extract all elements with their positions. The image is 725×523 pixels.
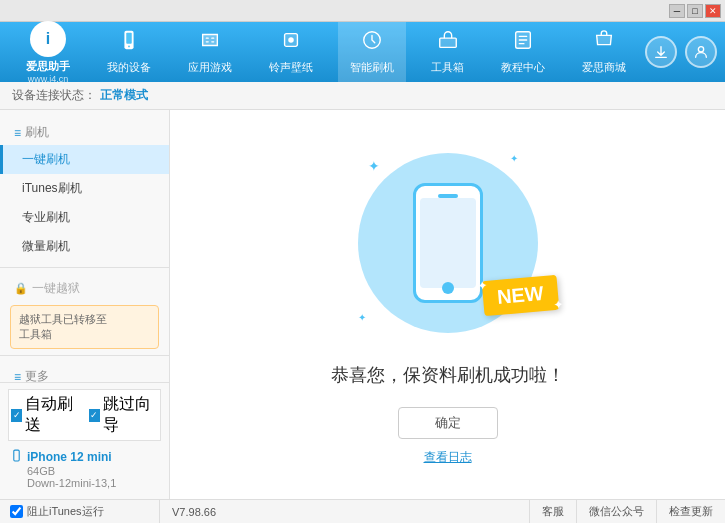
nav-item-label: 爱思商城	[582, 60, 626, 75]
device-info: iPhone 12 mini 64GB Down-12mini-13,1	[8, 445, 161, 493]
stop-itunes-label: 阻止iTunes运行	[27, 504, 104, 519]
jailbreak-notice: 越狱工具已转移至工具箱	[10, 305, 159, 349]
device-name: iPhone 12 mini	[27, 450, 112, 464]
phone-illustration: ✦ ✦ ✦ ✦ NEW ✦	[348, 143, 548, 343]
status-label: 设备连接状态：	[12, 87, 96, 104]
stop-itunes-checkbox[interactable]	[10, 505, 23, 518]
flash-section-label: 刷机	[25, 124, 49, 141]
back-link[interactable]: 查看日志	[424, 449, 472, 466]
smart-flash-icon	[361, 29, 383, 57]
content-area: ✦ ✦ ✦ ✦ NEW ✦ 恭喜您，保资料刷机成功啦！ 确定 查看日志	[170, 110, 725, 499]
title-bar: ─ □ ✕	[0, 0, 725, 22]
app-logo[interactable]: i 爱思助手 www.i4.cn	[8, 21, 88, 84]
bottom-status-bar: 阻止iTunes运行 V7.98.66 客服 微信公众号 检查更新	[0, 499, 725, 523]
sidebar-section-jailbreak: 🔒 一键越狱	[0, 274, 169, 301]
more-section-label: 更多	[25, 368, 49, 382]
sidebar-bottom: 自动刷送 跳过向导 iPhone 12 mini 64GB Down-12min…	[0, 382, 169, 499]
sidebar-item-one-click-flash[interactable]: 一键刷机	[0, 145, 169, 174]
support-link[interactable]: 客服	[529, 500, 576, 523]
status-bar: 设备连接状态： 正常模式	[0, 82, 725, 110]
apps-games-icon	[199, 29, 221, 57]
phone-body	[413, 183, 483, 303]
ringtone-icon	[280, 29, 302, 57]
sidebar-section-more: ≡ 更多	[0, 362, 169, 382]
nav-items: 我的设备 应用游戏 铃声壁纸 智能刷机 工具箱	[88, 22, 645, 82]
nav-item-label: 我的设备	[107, 60, 151, 75]
auto-flash-checkbox-item[interactable]: 自动刷送	[11, 394, 81, 436]
nav-item-label: 工具箱	[431, 60, 464, 75]
device-phone-icon	[10, 449, 23, 465]
version-info: V7.98.66	[160, 506, 228, 518]
phone-speaker	[438, 194, 458, 198]
more-section-icon: ≡	[14, 370, 21, 383]
svg-point-8	[698, 47, 703, 52]
logo-icon: i	[30, 21, 66, 57]
tutorial-icon	[512, 29, 534, 57]
my-device-icon	[118, 29, 140, 57]
skip-wizard-checkbox[interactable]	[89, 409, 100, 422]
svg-rect-9	[14, 450, 19, 461]
i4-store-icon	[593, 29, 615, 57]
auto-flash-checkbox[interactable]	[11, 409, 22, 422]
nav-item-smart-flash[interactable]: 智能刷机	[338, 22, 406, 82]
jailbreak-lock-icon: 🔒	[14, 282, 28, 295]
close-button[interactable]: ✕	[705, 4, 721, 18]
one-click-flash-label: 一键刷机	[22, 151, 70, 168]
wechat-link[interactable]: 微信公众号	[576, 500, 656, 523]
new-badge-text: NEW	[496, 282, 544, 308]
nav-item-i4-store[interactable]: 爱思商城	[570, 22, 638, 82]
minimize-button[interactable]: ─	[669, 4, 685, 18]
sparkle-2: ✦	[510, 153, 518, 164]
toolbox-icon	[437, 29, 459, 57]
restore-button[interactable]: □	[687, 4, 703, 18]
version-text: V7.98.66	[172, 506, 216, 518]
stop-itunes-area: 阻止iTunes运行	[0, 500, 160, 523]
jailbreak-notice-text: 越狱工具已转移至工具箱	[19, 313, 107, 340]
skip-wizard-checkbox-item[interactable]: 跳过向导	[89, 394, 159, 436]
small-flash-label: 微量刷机	[22, 238, 70, 255]
new-badge: ✦ NEW ✦	[481, 275, 558, 316]
sparkle-3: ✦	[358, 312, 366, 323]
nav-item-label: 智能刷机	[350, 60, 394, 75]
nav-item-tutorial[interactable]: 教程中心	[489, 22, 557, 82]
bottom-links: 客服 微信公众号 检查更新	[529, 500, 725, 523]
app-name: 爱思助手	[26, 59, 70, 74]
app-url: www.i4.cn	[28, 74, 69, 84]
status-value: 正常模式	[100, 87, 148, 104]
device-storage: 64GB	[10, 465, 159, 477]
divider-1	[0, 267, 169, 268]
nav-item-apps-games[interactable]: 应用游戏	[176, 22, 244, 82]
sidebar-item-itunes-flash[interactable]: iTunes刷机	[0, 174, 169, 203]
nav-item-label: 应用游戏	[188, 60, 232, 75]
sidebar-item-small-flash[interactable]: 微量刷机	[0, 232, 169, 261]
flash-section-icon: ≡	[14, 126, 21, 140]
phone-screen	[420, 198, 476, 288]
jailbreak-section-label: 一键越狱	[32, 280, 80, 297]
sidebar-item-pro-flash[interactable]: 专业刷机	[0, 203, 169, 232]
device-model: Down-12mini-13,1	[10, 477, 159, 489]
user-button[interactable]	[685, 36, 717, 68]
phone-home-button	[442, 282, 454, 294]
confirm-button[interactable]: 确定	[398, 407, 498, 439]
sidebar-checkboxes: 自动刷送 跳过向导	[8, 389, 161, 441]
svg-point-2	[128, 46, 130, 48]
auto-flash-label: 自动刷送	[25, 394, 80, 436]
sparkle-1: ✦	[368, 158, 380, 174]
main-container: ≡ 刷机 一键刷机 iTunes刷机 专业刷机 微量刷机 🔒 一键越狱	[0, 110, 725, 499]
nav-bar: i 爱思助手 www.i4.cn 我的设备 应用游戏 铃声壁纸	[0, 22, 725, 82]
nav-right-buttons	[645, 36, 717, 68]
svg-rect-1	[126, 33, 132, 44]
check-update-link[interactable]: 检查更新	[656, 500, 725, 523]
skip-wizard-label: 跳过向导	[103, 394, 158, 436]
sidebar-section-flash: ≡ 刷机	[0, 118, 169, 145]
nav-item-my-device[interactable]: 我的设备	[95, 22, 163, 82]
nav-item-ringtone[interactable]: 铃声壁纸	[257, 22, 325, 82]
nav-item-toolbox[interactable]: 工具箱	[419, 22, 476, 82]
sidebar: ≡ 刷机 一键刷机 iTunes刷机 专业刷机 微量刷机 🔒 一键越狱	[0, 110, 170, 499]
download-button[interactable]	[645, 36, 677, 68]
success-text: 恭喜您，保资料刷机成功啦！	[331, 363, 565, 387]
itunes-flash-label: iTunes刷机	[22, 180, 82, 197]
svg-point-4	[288, 37, 294, 43]
nav-item-label: 铃声壁纸	[269, 60, 313, 75]
sidebar-content: ≡ 刷机 一键刷机 iTunes刷机 专业刷机 微量刷机 🔒 一键越狱	[0, 110, 169, 382]
